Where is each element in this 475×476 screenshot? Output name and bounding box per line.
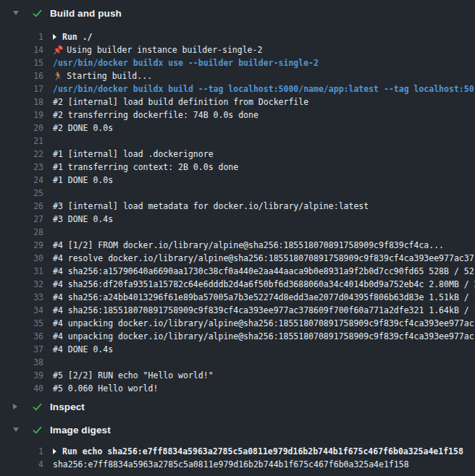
log-line-number[interactable]: 34 (0, 304, 43, 317)
log-line-number[interactable]: 18 (0, 95, 43, 109)
log-text: #1 [internal] load .dockerignore (53, 149, 214, 159)
log-line: 14📌Using builder instance builder-single… (0, 43, 475, 56)
log-line-text: #2 transferring dockerfile: 74B 0.0s don… (53, 109, 258, 122)
log-line: 35#4 unpacking docker.io/library/alpine@… (0, 317, 475, 330)
section-header-inspect[interactable]: Inspect (0, 395, 475, 418)
log-text: #4 sha256:a15790640a6690aa1730c38cf0a440… (53, 266, 474, 276)
log-line-number[interactable]: 19 (0, 109, 43, 122)
step-section-build-and-push: Build and push1Run ./14📌Using builder in… (0, 1, 475, 395)
log-line-number[interactable]: 31 (0, 265, 43, 278)
log-line-text: Run ./ (53, 30, 93, 43)
workflow-log-viewer: Build and push1Run ./14📌Using builder in… (0, 0, 475, 476)
log-line: 1Run echo sha256:e7ff8834a5963a2785c5a08… (0, 445, 475, 458)
log-text: #1 transferring context: 2B 0.0s done (53, 162, 238, 172)
section-header-build-and-push[interactable]: Build and push (0, 1, 475, 25)
chevron-triangle (13, 11, 19, 15)
log-line: 20#2 DONE 0.0s (0, 122, 475, 135)
log-text: Run echo sha256:e7ff8834a5963a2785c5a081… (62, 446, 463, 456)
log-line-number[interactable]: 26 (0, 200, 43, 213)
log-line-number[interactable]: 1 (0, 30, 43, 43)
log-line-number[interactable]: 17 (0, 82, 43, 95)
log-line: 36#4 unpacking docker.io/library/alpine@… (0, 330, 475, 343)
log-line-number[interactable]: 30 (0, 252, 43, 265)
pushpin-icon: 📌 (53, 45, 63, 55)
log-text: Run ./ (62, 32, 93, 42)
section-title: Build and push (50, 8, 122, 19)
runner-icon: 🏃 (53, 71, 63, 81)
log-line-number[interactable]: 16 (0, 69, 43, 82)
log-line-number[interactable]: 32 (0, 278, 43, 291)
log-text: Starting build... (67, 71, 152, 81)
log-line: 1Run ./ (0, 30, 475, 43)
log-line-number[interactable]: 24 (0, 174, 43, 187)
log-text: /usr/bin/docker buildx use --builder bui… (53, 58, 319, 68)
log-line: 19#2 transferring dockerfile: 74B 0.0s d… (0, 109, 475, 122)
log-text: #4 unpacking docker.io/library/alpine@sh… (53, 331, 474, 341)
log-text: #4 sha256:a24bb4013296f61e89ba57005a7b3e… (53, 292, 475, 302)
log-line-number[interactable]: 39 (0, 369, 43, 382)
log-line-text: #3 DONE 0.4s (53, 213, 113, 226)
log-line-number[interactable]: 35 (0, 317, 43, 330)
log-line-number[interactable]: 21 (0, 135, 43, 148)
log-text: #4 resolve docker.io/library/alpine@sha2… (53, 253, 474, 263)
log-text: #2 DONE 0.0s (53, 123, 113, 133)
log-line-number[interactable]: 25 (0, 187, 43, 200)
log-line: 24#1 DONE 0.0s (0, 174, 475, 187)
log-line-text: 🏃Starting build... (53, 69, 152, 82)
log-line-text: /usr/bin/docker buildx use --builder bui… (53, 56, 319, 69)
log-line-number[interactable]: 27 (0, 213, 43, 226)
log-line: 27#3 DONE 0.4s (0, 213, 475, 226)
log-text: #4 sha256:185518070891758909c9f839cf4ca3… (53, 305, 475, 315)
log-line-number[interactable]: 14 (0, 43, 43, 56)
log-line-number[interactable]: 33 (0, 291, 43, 304)
log-line-number[interactable]: 36 (0, 330, 43, 343)
log-line-number[interactable]: 1 (0, 445, 43, 458)
log-line: 37#4 DONE 0.4s (0, 343, 475, 356)
step-success-check-icon (32, 8, 43, 19)
log-line: 28 (0, 226, 475, 239)
log-text: sha256:e7ff8834a5963a2785c5a0811e979d16b… (53, 459, 409, 469)
log-line-number[interactable]: 20 (0, 122, 43, 135)
log-line-number[interactable]: 40 (0, 382, 43, 395)
log-line: 38 (0, 356, 475, 369)
log-line: 21 (0, 135, 475, 148)
log-line-number[interactable]: 23 (0, 161, 43, 174)
log-line: 16🏃Starting build... (0, 69, 475, 82)
log-line-number[interactable]: 4 (0, 458, 43, 471)
step-success-check-icon (32, 401, 43, 412)
log-line-number[interactable]: 15 (0, 56, 43, 69)
log-text: /usr/bin/docker buildx build --tag local… (53, 84, 474, 94)
log-line-text: #4 unpacking docker.io/library/alpine@sh… (53, 317, 474, 330)
log-line-text: #1 transferring context: 2B 0.0s done (53, 161, 238, 174)
log-line-text: #1 [internal] load .dockerignore (53, 148, 214, 161)
log-line: 33#4 sha256:a24bb4013296f61e89ba57005a7b… (0, 291, 475, 304)
log-line: 15/usr/bin/docker buildx use --builder b… (0, 56, 475, 69)
log-line-number[interactable]: 29 (0, 239, 43, 252)
log-line-text: #5 [2/2] RUN echo "Hello world!" (53, 369, 214, 382)
log-line-number[interactable]: 37 (0, 343, 43, 356)
log-line-text: #4 DONE 0.4s (53, 343, 113, 356)
log-line-text: #2 DONE 0.0s (53, 122, 113, 135)
log-line-text: #4 sha256:df20fa9351a15782c64e6dddb2d4a6… (53, 278, 475, 291)
section-header-image-digest[interactable]: Image digest (0, 418, 475, 441)
run-expander-triangle-icon[interactable] (53, 34, 56, 40)
step-section-image-digest: Image digest1Run echo sha256:e7ff8834a59… (0, 418, 475, 471)
section-title: Image digest (50, 425, 111, 435)
log-text: #4 [1/2] FROM docker.io/library/alpine@s… (53, 240, 444, 250)
log-line: 25 (0, 187, 475, 200)
log-line: 29#4 [1/2] FROM docker.io/library/alpine… (0, 239, 475, 252)
log-line: 30#4 resolve docker.io/library/alpine@sh… (0, 252, 475, 265)
log-line: 40#5 0.060 Hello world! (0, 382, 475, 395)
chevron-right-icon[interactable] (13, 404, 21, 409)
log-line: 31#4 sha256:a15790640a6690aa1730c38cf0a4… (0, 265, 475, 278)
log-line-number[interactable]: 28 (0, 226, 43, 239)
log-line-text: 📌Using builder instance builder-single-2 (53, 43, 262, 56)
chevron-down-icon[interactable] (13, 428, 21, 432)
log-text: #4 sha256:df20fa9351a15782c64e6dddb2d4a6… (53, 279, 475, 289)
run-expander-triangle-icon[interactable] (53, 449, 56, 454)
log-line-number[interactable]: 22 (0, 148, 43, 161)
log-line-text: sha256:e7ff8834a5963a2785c5a0811e979d16b… (53, 458, 409, 471)
log-line-number[interactable]: 38 (0, 356, 43, 369)
section-title: Inspect (50, 401, 85, 412)
chevron-down-icon[interactable] (13, 11, 21, 15)
